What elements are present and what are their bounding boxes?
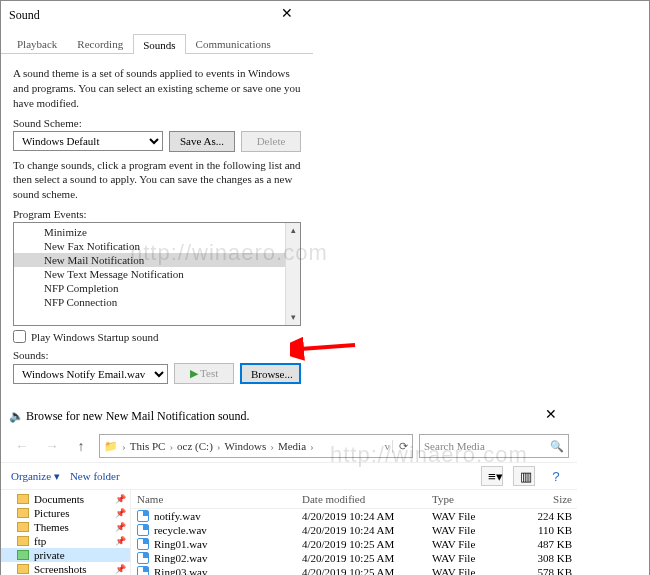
search-icon[interactable]: 🔍 (550, 440, 564, 453)
new-folder-button[interactable]: New folder (70, 470, 120, 482)
sound-intro: A sound theme is a set of sounds applied… (13, 66, 301, 111)
col-name[interactable]: Name (137, 493, 302, 505)
event-item[interactable]: NFP Completion (14, 281, 300, 295)
scheme-combo[interactable]: Windows Default (13, 131, 163, 151)
pin-icon: 📌 (115, 536, 126, 546)
nav-item[interactable]: Themes📌 (1, 520, 130, 534)
file-row[interactable]: recycle.wav4/20/2019 10:24 AMWAV File110… (131, 523, 577, 537)
sound-file-combo[interactable]: Windows Notify Email.wav (13, 364, 168, 384)
file-size: 308 KB (512, 552, 572, 564)
navigation-pane[interactable]: Documents📌Pictures📌Themes📌ftp📌privateScr… (1, 490, 131, 575)
sound-titlebar[interactable]: Sound ✕ (1, 1, 313, 29)
browse-titlebar[interactable]: 🔈 Browse for new New Mail Notification s… (1, 402, 577, 430)
file-date: 4/20/2019 10:25 AM (302, 552, 432, 564)
view-details-icon[interactable]: ≡▾ (481, 466, 503, 486)
event-item[interactable]: NFP Connection (14, 295, 300, 309)
file-name: notify.wav (154, 510, 201, 522)
events-label: Program Events: (13, 208, 301, 220)
nav-item-label: Pictures (34, 507, 69, 519)
events-scrollbar[interactable]: ▴ ▾ (285, 223, 300, 325)
file-list[interactable]: Name Date modified Type Size notify.wav4… (131, 490, 577, 575)
file-size: 110 KB (512, 524, 572, 536)
startup-sound-label: Play Windows Startup sound (31, 331, 158, 343)
breadcrumb-dropdown-icon[interactable]: v (385, 440, 391, 452)
file-name: recycle.wav (154, 524, 207, 536)
file-header[interactable]: Name Date modified Type Size (131, 490, 577, 509)
file-size: 487 KB (512, 538, 572, 550)
wav-file-icon (137, 566, 149, 575)
nav-forward-icon: → (39, 434, 63, 458)
close-icon[interactable]: ✕ (269, 5, 305, 25)
file-type: WAV File (432, 538, 512, 550)
search-input[interactable]: Search Media 🔍 (419, 434, 569, 458)
file-row[interactable]: Ring03.wav4/20/2019 10:25 AMWAV File578 … (131, 565, 577, 575)
nav-item[interactable]: ftp📌 (1, 534, 130, 548)
nav-item[interactable]: Documents📌 (1, 492, 130, 506)
nav-up-icon[interactable]: ↑ (69, 434, 93, 458)
tab-communications[interactable]: Communications (186, 33, 281, 53)
breadcrumb-item[interactable]: Media (278, 440, 306, 452)
browse-title: Browse for new New Mail Notification sou… (26, 409, 250, 423)
breadcrumb-item[interactable]: This PC (130, 440, 166, 452)
folder-icon (17, 494, 29, 504)
nav-item-label: Themes (34, 521, 69, 533)
nav-item[interactable]: private (1, 548, 130, 562)
event-item[interactable]: New Fax Notification (14, 239, 300, 253)
close-icon[interactable]: ✕ (533, 406, 569, 426)
col-type[interactable]: Type (432, 493, 512, 505)
event-item-selected[interactable]: New Mail Notification (14, 253, 300, 267)
nav-item-label: private (34, 549, 65, 561)
scroll-up-icon[interactable]: ▴ (286, 223, 300, 238)
breadcrumb[interactable]: 📁› This PC› ocz (C:)› Windows› Media› v … (99, 434, 413, 458)
pin-icon: 📌 (115, 564, 126, 574)
file-size: 578 KB (512, 566, 572, 575)
breadcrumb-item[interactable]: Windows (225, 440, 267, 452)
organize-menu[interactable]: Organize ▾ (11, 470, 60, 483)
col-date[interactable]: Date modified (302, 493, 432, 505)
speaker-icon: 🔈 (9, 409, 23, 424)
file-type: WAV File (432, 524, 512, 536)
file-type: WAV File (432, 552, 512, 564)
file-row[interactable]: notify.wav4/20/2019 10:24 AMWAV File224 … (131, 509, 577, 523)
pin-icon: 📌 (115, 508, 126, 518)
startup-sound-input[interactable] (13, 330, 26, 343)
sound-dialog: Sound ✕ Playback Recording Sounds Commun… (1, 1, 313, 402)
event-item[interactable]: New Text Message Notification (14, 267, 300, 281)
folder-icon (17, 536, 29, 546)
wav-file-icon (137, 552, 149, 564)
nav-item[interactable]: Pictures📌 (1, 506, 130, 520)
file-name: Ring03.wav (154, 566, 207, 575)
file-date: 4/20/2019 10:25 AM (302, 566, 432, 575)
folder-icon (17, 508, 29, 518)
save-as-button[interactable]: Save As... (169, 131, 235, 152)
browse-dialog: 🔈 Browse for new New Mail Notification s… (1, 402, 577, 575)
nav-item[interactable]: Screenshots📌 (1, 562, 130, 575)
pin-icon: 📌 (115, 522, 126, 532)
tab-playback[interactable]: Playback (7, 33, 67, 53)
file-date: 4/20/2019 10:24 AM (302, 510, 432, 522)
event-item[interactable]: Minimize (14, 225, 300, 239)
refresh-icon[interactable]: ⟳ (392, 440, 408, 453)
browse-button[interactable]: Browse... (240, 363, 301, 384)
delete-button: Delete (241, 131, 301, 152)
tab-recording[interactable]: Recording (67, 33, 133, 53)
folder-icon: 📁 (104, 440, 118, 453)
scroll-down-icon[interactable]: ▾ (286, 310, 300, 325)
view-preview-icon[interactable]: ▥ (513, 466, 535, 486)
file-row[interactable]: Ring02.wav4/20/2019 10:25 AMWAV File308 … (131, 551, 577, 565)
events-listbox[interactable]: Minimize New Fax Notification New Mail N… (13, 222, 301, 326)
sound-title: Sound (9, 8, 40, 23)
folder-icon (17, 522, 29, 532)
tab-sounds[interactable]: Sounds (133, 34, 185, 54)
startup-sound-checkbox[interactable]: Play Windows Startup sound (13, 330, 301, 343)
help-icon[interactable]: ? (545, 466, 567, 486)
nav-back-icon: ← (9, 434, 33, 458)
folder-icon (17, 550, 29, 560)
file-row[interactable]: Ring01.wav4/20/2019 10:25 AMWAV File487 … (131, 537, 577, 551)
breadcrumb-item[interactable]: ocz (C:) (177, 440, 213, 452)
nav-item-label: Screenshots (34, 563, 87, 575)
wav-file-icon (137, 524, 149, 536)
file-type: WAV File (432, 566, 512, 575)
sound-tabstrip: Playback Recording Sounds Communications (1, 29, 313, 54)
col-size[interactable]: Size (512, 493, 572, 505)
